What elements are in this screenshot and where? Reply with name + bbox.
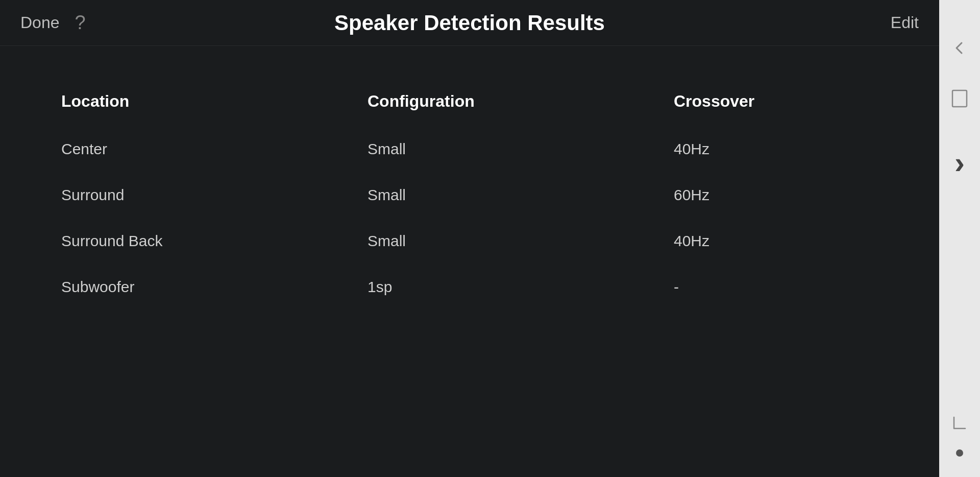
page-icon-container (951, 89, 968, 132)
cell-crossover-3: - (612, 278, 898, 296)
done-button[interactable]: Done (20, 13, 60, 32)
col-header-configuration: Configuration (327, 92, 612, 111)
cell-location-2: Surround Back (41, 232, 327, 250)
cell-configuration-3: 1sp (327, 278, 612, 296)
cell-configuration-1: Small (327, 186, 612, 204)
page-icon[interactable] (951, 89, 968, 111)
results-table: Location Configuration Crossover Center … (41, 87, 898, 467)
table-row: Center Small 40Hz (41, 126, 898, 172)
next-chevron-icon: › (954, 145, 965, 180)
table-row: Surround Small 60Hz (41, 172, 898, 218)
cell-configuration-0: Small (327, 140, 612, 158)
content-area: Location Configuration Crossover Center … (0, 46, 939, 477)
cell-crossover-1: 60Hz (612, 186, 898, 204)
cell-crossover-2: 40Hz (612, 232, 898, 250)
sidebar-bottom (952, 415, 967, 457)
cell-crossover-0: 40Hz (612, 140, 898, 158)
cell-location-3: Subwoofer (41, 278, 327, 296)
svg-rect-0 (952, 90, 967, 107)
col-header-location: Location (41, 92, 327, 111)
table-header: Location Configuration Crossover (41, 87, 898, 126)
table-row: Subwoofer 1sp - (41, 264, 898, 310)
edit-button[interactable]: Edit (891, 13, 919, 32)
header-left: Done ? (20, 12, 122, 34)
header-right: Edit (817, 13, 919, 32)
spacer (41, 56, 898, 87)
help-icon[interactable]: ? (75, 12, 86, 34)
cell-configuration-2: Small (327, 232, 612, 250)
col-header-crossover: Crossover (612, 92, 898, 111)
main-area: Done ? Speaker Detection Results Edit Lo… (0, 0, 939, 477)
header: Done ? Speaker Detection Results Edit (0, 0, 939, 46)
cell-location-1: Surround (41, 186, 327, 204)
cell-location-0: Center (41, 140, 327, 158)
page-title: Speaker Detection Results (334, 11, 605, 35)
table-row: Surround Back Small 40Hz (41, 218, 898, 264)
corner-icon (952, 415, 967, 434)
next-button[interactable]: › (942, 142, 977, 183)
back-icon[interactable] (952, 41, 967, 59)
sidebar: › (939, 0, 980, 477)
status-dot (956, 449, 963, 457)
header-center: Speaker Detection Results (122, 11, 817, 35)
